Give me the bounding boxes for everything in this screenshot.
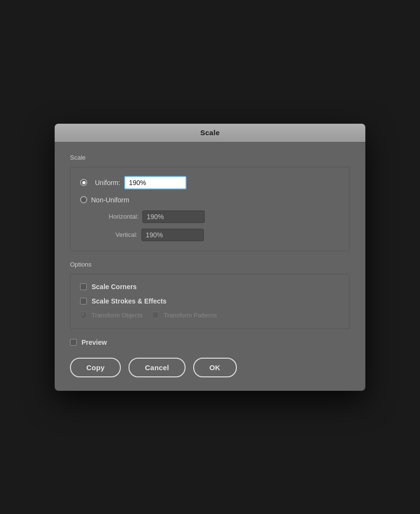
transform-objects-label: Transform Objects bbox=[92, 312, 142, 319]
transform-objects-item: Transform Objects bbox=[80, 312, 142, 319]
dialog-title: Scale bbox=[200, 128, 220, 137]
vertical-row: Vertical: bbox=[80, 229, 340, 241]
preview-row: Preview bbox=[70, 339, 350, 346]
transform-row: Transform Objects Transform Patterns bbox=[80, 312, 340, 319]
horizontal-input[interactable] bbox=[142, 210, 205, 223]
transform-patterns-item: Transform Patterns bbox=[152, 312, 217, 319]
scale-strokes-label: Scale Strokes & Effects bbox=[92, 297, 166, 305]
non-uniform-row: Non-Uniform bbox=[80, 196, 340, 204]
scale-strokes-row: Scale Strokes & Effects bbox=[80, 297, 340, 305]
transform-objects-checkbox bbox=[80, 312, 87, 318]
uniform-label: Uniform: bbox=[95, 179, 120, 187]
vertical-input[interactable] bbox=[141, 229, 204, 241]
non-uniform-radio[interactable] bbox=[80, 196, 87, 203]
dialog-titlebar: Scale bbox=[55, 124, 365, 142]
dialog-body: Scale Uniform: Non-Uniform Horizontal: V bbox=[55, 142, 365, 391]
scale-corners-label: Scale Corners bbox=[92, 283, 137, 291]
vertical-label: Vertical: bbox=[80, 231, 138, 238]
scale-strokes-checkbox[interactable] bbox=[80, 298, 87, 304]
cancel-button[interactable]: Cancel bbox=[128, 358, 185, 377]
scale-section-box: Uniform: Non-Uniform Horizontal: Vertica… bbox=[70, 167, 350, 251]
horizontal-label: Horizontal: bbox=[81, 213, 139, 220]
preview-checkbox[interactable] bbox=[70, 339, 77, 346]
uniform-value-input[interactable] bbox=[124, 176, 187, 189]
copy-button[interactable]: Copy bbox=[70, 358, 121, 377]
scale-corners-row: Scale Corners bbox=[80, 283, 340, 291]
transform-patterns-checkbox bbox=[152, 312, 159, 318]
horizontal-row: Horizontal: bbox=[80, 210, 340, 223]
preview-label: Preview bbox=[82, 339, 107, 346]
button-row: Copy Cancel OK bbox=[70, 358, 350, 377]
uniform-radio[interactable] bbox=[80, 179, 87, 186]
non-uniform-label: Non-Uniform bbox=[91, 196, 129, 204]
transform-patterns-label: Transform Patterns bbox=[163, 312, 217, 319]
uniform-row: Uniform: bbox=[80, 176, 340, 189]
scale-corners-checkbox[interactable] bbox=[80, 283, 87, 290]
options-section-label: Options bbox=[70, 261, 350, 268]
scale-section-label: Scale bbox=[70, 154, 350, 161]
options-section-box: Scale Corners Scale Strokes & Effects Tr… bbox=[70, 274, 350, 329]
ok-button[interactable]: OK bbox=[193, 358, 237, 377]
scale-dialog: Scale Scale Uniform: Non-Uniform Horizon… bbox=[55, 124, 365, 391]
